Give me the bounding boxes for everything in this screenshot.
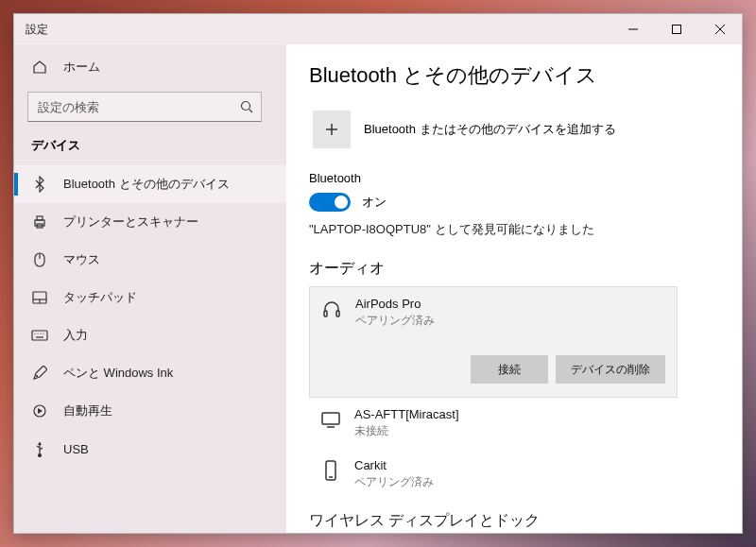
sidebar-home[interactable]: ホーム: [14, 48, 286, 86]
device-status: 未接続: [354, 423, 459, 439]
minimize-button[interactable]: [611, 14, 655, 44]
home-label: ホーム: [63, 59, 100, 76]
sidebar-item-typing[interactable]: 入力: [14, 316, 286, 354]
svg-point-23: [39, 454, 42, 457]
search-row: [14, 86, 286, 131]
remove-device-button[interactable]: デバイスの削除: [556, 355, 665, 384]
sidebar-item-label: プリンターとスキャナー: [63, 214, 198, 231]
sidebar-item-label: Bluetooth とその他のデバイス: [63, 176, 230, 193]
page-title: Bluetooth とその他のデバイス: [309, 61, 715, 90]
sidebar-item-bluetooth[interactable]: Bluetooth とその他のデバイス: [14, 165, 286, 203]
bluetooth-toggle[interactable]: [309, 193, 351, 212]
main-panel: Bluetooth とその他のデバイス Bluetooth またはその他のデバイ…: [286, 44, 742, 533]
svg-rect-14: [32, 331, 47, 340]
headphones-icon: [321, 299, 342, 319]
sidebar-item-usb[interactable]: USB: [14, 430, 286, 468]
device-name: AS-AFTT[Miracast]: [354, 407, 459, 421]
bluetooth-toggle-row: オン: [309, 193, 715, 212]
nav-list: Bluetooth とその他のデバイス プリンターとスキャナー マウス: [14, 165, 286, 468]
sidebar-item-label: 入力: [63, 327, 88, 344]
device-list: AirPods Pro ペアリング済み 接続 デバイスの削除: [309, 286, 678, 500]
device-card[interactable]: AS-AFTT[Miracast] 未接続: [309, 398, 678, 449]
add-device-label: Bluetooth またはその他のデバイスを追加する: [364, 121, 616, 138]
printer-icon: [31, 214, 48, 231]
sidebar-item-label: タッチパッド: [63, 289, 137, 306]
home-icon: [31, 59, 48, 76]
svg-rect-7: [37, 216, 43, 220]
sidebar-item-label: ペンと Windows Ink: [63, 365, 173, 382]
sidebar-item-mouse[interactable]: マウス: [14, 241, 286, 279]
settings-window: 設定 ホーム: [13, 13, 743, 534]
close-button[interactable]: [698, 14, 742, 44]
device-status: ペアリング済み: [354, 474, 434, 490]
plus-icon: [313, 111, 351, 148]
svg-point-20: [37, 376, 38, 377]
sidebar: ホーム デバイス Bluetooth とその他のデバイス: [14, 44, 286, 533]
sidebar-item-label: USB: [63, 442, 89, 456]
sidebar-item-printers[interactable]: プリンターとスキャナー: [14, 203, 286, 241]
bluetooth-state: オン: [362, 194, 387, 211]
category-title: デバイス: [14, 131, 286, 165]
mouse-icon: [31, 251, 48, 268]
discoverable-text: "LAPTOP-I8OQPTU8" として発見可能になりました: [309, 221, 715, 238]
window-controls: [611, 14, 742, 44]
add-device-button[interactable]: Bluetooth またはその他のデバイスを追加する: [309, 109, 715, 150]
svg-line-5: [249, 110, 253, 113]
phone-icon: [320, 460, 341, 481]
device-name: Carkit: [354, 458, 434, 472]
window-title: 設定: [14, 22, 611, 38]
sidebar-item-touchpad[interactable]: タッチパッド: [14, 279, 286, 316]
bluetooth-label: Bluetooth: [309, 171, 715, 185]
device-card[interactable]: AirPods Pro ペアリング済み 接続 デバイスの削除: [309, 286, 678, 398]
svg-rect-28: [322, 413, 339, 424]
search-input[interactable]: [28, 100, 232, 114]
touchpad-icon: [31, 289, 48, 306]
sidebar-item-label: マウス: [63, 251, 100, 268]
bluetooth-icon: [31, 176, 48, 193]
device-name: AirPods Pro: [355, 297, 435, 311]
device-status: ペアリング済み: [355, 313, 435, 329]
display-icon: [320, 409, 341, 430]
sidebar-item-label: 自動再生: [63, 402, 112, 419]
search-icon: [232, 100, 261, 113]
sidebar-item-autoplay[interactable]: 自動再生: [14, 392, 286, 430]
pen-icon: [31, 365, 48, 382]
svg-rect-1: [673, 26, 681, 34]
autoplay-icon: [31, 402, 48, 419]
device-actions: 接続 デバイスの削除: [321, 355, 665, 384]
wireless-display-heading: ワイヤレス ディスプレイとドック: [309, 511, 715, 531]
search-box[interactable]: [27, 92, 262, 122]
keyboard-icon: [31, 327, 48, 344]
sidebar-item-pen[interactable]: ペンと Windows Ink: [14, 354, 286, 392]
maximize-button[interactable]: [655, 14, 698, 44]
window-body: ホーム デバイス Bluetooth とその他のデバイス: [14, 44, 742, 533]
svg-point-4: [242, 102, 250, 111]
usb-icon: [31, 440, 48, 457]
device-card[interactable]: Carkit ペアリング済み: [309, 449, 678, 500]
audio-heading: オーディオ: [309, 259, 715, 279]
titlebar: 設定: [14, 14, 742, 44]
connect-button[interactable]: 接続: [471, 355, 548, 384]
